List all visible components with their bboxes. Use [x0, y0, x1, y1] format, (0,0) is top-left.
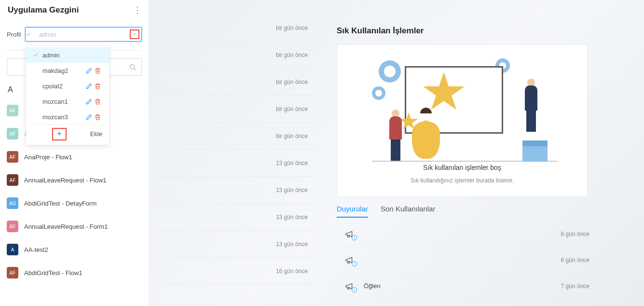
recent-item[interactable]: bir gün önce — [154, 42, 314, 69]
profile-dropdown-item[interactable]: mozcan1 — [26, 94, 109, 109]
announcement-when: 7 gün önce — [561, 283, 589, 290]
sidebar-item-badge: AF — [7, 174, 18, 186]
edit-icon[interactable] — [86, 114, 95, 120]
frequent-empty-desc: Sık kullandığınız işlemler burada listen… — [347, 177, 577, 184]
recent-list: bir gün öncebir gün öncebir gün öncebir … — [154, 14, 314, 285]
recent-item-when: 13 gün önce — [276, 214, 308, 221]
sidebar-item[interactable]: AF AnaProje - Flow1 — [7, 145, 142, 168]
announcement-item[interactable]: i Öğlen 7 gün önce — [342, 273, 592, 299]
sidebar-item-badge: AF — [7, 105, 18, 116]
main-content: bir gün öncebir gün öncebir gün öncebir … — [149, 0, 644, 306]
announcement-when: 6 gün önce — [561, 231, 589, 237]
profile-dropdown-item[interactable]: admin — [26, 47, 109, 63]
recent-item-when: 13 gün önce — [276, 160, 308, 167]
recent-item[interactable]: 13 gün önce — [154, 150, 314, 177]
announcements-list: i 6 gün önce i 6 gün önce i Öğlen 7 gün … — [342, 221, 592, 299]
edit-icon[interactable] — [86, 98, 95, 105]
svg-line-2 — [134, 69, 136, 70]
profile-add-label: Ekle — [90, 130, 102, 138]
expand-icon[interactable] — [130, 29, 139, 39]
sidebar-item-label: AnnualLeaveRequest - Form1 — [24, 223, 108, 230]
sidebar-item-label: AnnualLeaveRequest - Flow1 — [24, 177, 107, 184]
recent-item[interactable]: bir gün önce — [154, 69, 314, 96]
sidebar-item[interactable]: A AA-test2 — [7, 238, 142, 261]
profile-option-name: cpolat2 — [42, 83, 86, 90]
profile-add-row[interactable]: + Ekle — [26, 125, 109, 143]
sidebar-item[interactable]: AF AnnualLeaveRequest - Form1 — [7, 215, 142, 238]
profile-option-name: admin — [42, 52, 103, 59]
sidebar-item[interactable]: AF AnnualLeaveRequest - Flow1 — [7, 168, 142, 192]
sidebar-item-label: AbdiGridTest - Flow1 — [24, 269, 82, 277]
sidebar-item-badge: AF — [7, 267, 18, 278]
sidebar-item[interactable]: AF AbdiGridTest - Flow1 — [7, 261, 142, 284]
edit-icon[interactable] — [86, 68, 95, 74]
recent-item[interactable]: bir gün önce — [154, 96, 314, 123]
profile-select[interactable]: admin — [25, 27, 142, 42]
frequent-illustration — [347, 56, 577, 162]
announcement-item[interactable]: i 6 gün önce — [342, 221, 592, 247]
sidebar-item-badge: AF — [7, 128, 18, 139]
delete-icon[interactable] — [95, 114, 103, 120]
tab-announcements[interactable]: Duyurular — [337, 205, 368, 218]
sidebar-item-label: AnaProje - Flow1 — [24, 153, 72, 161]
megaphone-icon: i — [344, 255, 359, 265]
announcement-when: 6 gün önce — [561, 257, 589, 264]
recent-item-when: bir gün önce — [276, 133, 308, 139]
tab-recent[interactable]: Son Kullanılanlar — [381, 205, 435, 218]
recent-item-when: bir gün önce — [276, 79, 308, 85]
svg-point-1 — [130, 65, 135, 69]
frequent-empty-card: Sık kullanılan işlemler boş Sık kullandı… — [337, 44, 588, 197]
profile-dropdown-item[interactable]: cpolat2 — [26, 78, 109, 94]
more-icon[interactable]: ⋮ — [133, 5, 141, 15]
profile-option-name: mozcan3 — [42, 113, 86, 121]
recent-item-when: bir gün önce — [276, 25, 308, 31]
megaphone-icon: i — [344, 281, 359, 292]
recent-item[interactable]: 13 gün önce — [154, 204, 314, 231]
sidebar-item-badge: AD — [7, 197, 18, 209]
recent-item[interactable]: 13 gün önce — [154, 231, 314, 258]
delete-icon[interactable] — [95, 83, 103, 89]
recent-item[interactable]: bir gün önce — [154, 14, 314, 42]
megaphone-icon: i — [344, 229, 359, 239]
recent-item[interactable]: 16 gün önce — [154, 258, 314, 285]
profile-option-name: mozcan1 — [42, 98, 86, 105]
recent-item-when: bir gün önce — [276, 52, 308, 58]
profile-dropdown: admin makdag2 cpolat2 mozcan1 — [26, 45, 109, 145]
announcement-title: Öğlen — [364, 282, 556, 290]
recent-item-when: 13 gün önce — [276, 241, 308, 248]
profile-dropdown-item[interactable]: makdag2 — [26, 63, 109, 78]
frequent-empty-title: Sık kullanılan işlemler boş — [347, 164, 577, 171]
frequent-section-title: Sık Kullanılan İşlemler — [337, 26, 597, 36]
delete-icon[interactable] — [95, 68, 103, 74]
tabs: Duyurular Son Kullanılanlar — [337, 205, 435, 218]
add-icon[interactable]: + — [52, 128, 67, 140]
recent-item-when: bir gün önce — [276, 106, 308, 112]
profile-option-name: makdag2 — [42, 67, 86, 74]
sidebar-item-label: AbdiGridTest - DetayForm — [24, 200, 96, 207]
edit-icon[interactable] — [86, 83, 95, 89]
check-icon — [33, 52, 42, 58]
check-icon — [26, 31, 38, 37]
recent-item-when: 13 gün önce — [276, 187, 308, 194]
recent-item[interactable]: bir gün önce — [154, 123, 314, 150]
recent-item-when: 16 gün önce — [276, 268, 308, 275]
profile-dropdown-item[interactable]: mozcan3 — [26, 109, 109, 125]
delete-icon[interactable] — [95, 98, 103, 105]
sidebar-item-badge: AF — [7, 221, 18, 232]
sidebar-item-label: AA-test2 — [24, 246, 48, 253]
sidebar-item[interactable]: AD AbdiGridTest - DetayForm — [7, 192, 142, 215]
profile-label: Profil — [7, 31, 21, 38]
sidebar-item-badge: AF — [7, 151, 18, 163]
profile-selected-value: admin — [38, 31, 128, 38]
recent-item[interactable]: 13 gün önce — [154, 177, 314, 204]
search-icon[interactable] — [129, 63, 137, 71]
sidebar-title: Uygulama Gezgini — [8, 5, 79, 15]
announcement-item[interactable]: i 6 gün önce — [342, 247, 592, 273]
sidebar-item-badge: A — [7, 244, 18, 255]
